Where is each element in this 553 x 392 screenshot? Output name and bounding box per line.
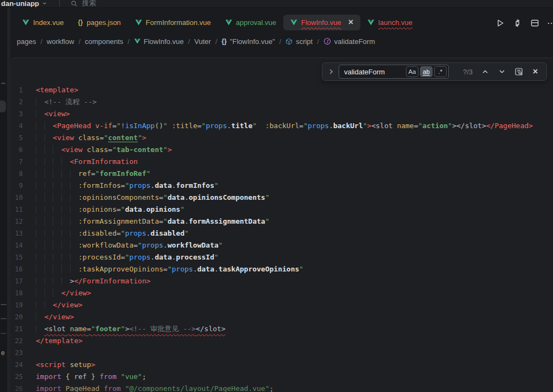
line-number[interactable]: 8 [10, 168, 36, 180]
code-line-9[interactable]: 9 :formInfos="props.data.formInfos" [10, 180, 553, 192]
line-number[interactable]: 13 [10, 227, 36, 239]
line-number[interactable]: 16 [10, 263, 36, 275]
line-number[interactable]: 22 [10, 335, 36, 347]
tab-bar: Index.vue{}pages.jsonFormInformation.vue… [10, 8, 553, 33]
find-in-selection-button[interactable] [514, 67, 523, 77]
code-line-25[interactable]: 25import { ref } from "vue"; [10, 371, 553, 383]
find-input[interactable] [339, 68, 403, 76]
breadcrumb-item-components[interactable]: components [85, 37, 123, 46]
code-line-20[interactable]: 20 </view> [10, 311, 553, 323]
tab-launch.vue[interactable]: launch.vue [360, 15, 419, 30]
line-number[interactable]: 19 [10, 299, 36, 311]
breadcrumb-item-FlowInfo.vue[interactable]: FlowInfo.vue [134, 37, 184, 46]
line-number[interactable]: 10 [10, 192, 36, 204]
line-number[interactable]: 4 [10, 120, 36, 132]
close-tab-icon[interactable]: × [348, 18, 353, 27]
breadcrumb-item-script[interactable]: script [285, 37, 313, 46]
vue-icon [367, 19, 374, 26]
split-editor-button[interactable] [530, 18, 539, 28]
code-text: <PageHead v-if="!isInApp()" :title="prop… [36, 120, 533, 132]
line-number[interactable]: 15 [10, 251, 36, 263]
find-next-button[interactable] [497, 67, 506, 77]
breadcrumb-item-Vuter[interactable]: Vuter [194, 37, 211, 46]
code-line-13[interactable]: 13 :disabled="props.disabled" [10, 227, 553, 239]
sidebar-text-fragment: e [1, 349, 5, 357]
code-line-24[interactable]: 24<script setup> [10, 359, 553, 371]
sidebar-item-fragment [1, 304, 7, 305]
editor[interactable]: Aa ab .* ?/3 × [10, 58, 553, 392]
code-line-21[interactable]: 21 <slot name="footer"><!-- 审批意见 --></sl… [10, 323, 553, 335]
code-line-2[interactable]: 2 <!-- 流程 --> [10, 96, 553, 108]
project-selector[interactable]: dan-uniapp [1, 0, 47, 8]
more-actions-button[interactable]: ⋯ [547, 18, 553, 28]
vue-icon [225, 19, 232, 26]
line-number[interactable]: 18 [10, 287, 36, 299]
project-name: dan-uniapp [1, 0, 39, 8]
code-line-18[interactable]: 18 </view> [10, 287, 553, 299]
code-text: import { ref } from "vue"; [36, 371, 147, 383]
breadcrumb-item-pages[interactable]: pages [17, 37, 36, 46]
code-area[interactable]: 1<template>2 <!-- 流程 -->3 <view>4 <PageH… [10, 58, 553, 392]
code-text: :taskApproveOpinions="props.data.taskApp… [36, 263, 303, 275]
function-icon: f [323, 37, 331, 45]
close-find-icon[interactable]: × [531, 67, 540, 76]
tab-FormInformation.vue[interactable]: FormInformation.vue [128, 15, 218, 30]
sidebar-selected-item[interactable] [0, 100, 6, 112]
code-line-17[interactable]: 17 ></FormInformation> [10, 275, 553, 287]
line-number[interactable]: 12 [10, 216, 36, 227]
line-number[interactable]: 3 [10, 108, 36, 120]
whole-word-button[interactable]: ab [420, 66, 433, 77]
code-text: <!-- 流程 --> [36, 96, 97, 108]
line-number[interactable]: 25 [10, 371, 36, 383]
line-number[interactable]: 21 [10, 323, 36, 335]
find-widget: Aa ab .* ?/3 × [322, 62, 547, 81]
line-number[interactable]: 7 [10, 156, 36, 168]
code-line-6[interactable]: 6 <view class="tab-content"> [10, 144, 553, 156]
line-number[interactable]: 24 [10, 359, 36, 371]
code-line-19[interactable]: 19 </view> [10, 299, 553, 311]
code-line-8[interactable]: 8 ref="formInfoRef" [10, 168, 553, 180]
code-line-16[interactable]: 16 :taskApproveOpinions="props.data.task… [10, 263, 553, 275]
tab-approval.vue[interactable]: approval.vue [218, 15, 283, 30]
breadcrumb-item-FlowInfo.vue[interactable]: {}"FlowInfo.vue" [221, 37, 275, 46]
code-line-22[interactable]: 22</template> [10, 335, 553, 347]
line-number[interactable]: 26 [10, 383, 36, 392]
code-line-15[interactable]: 15 :processId="props.data.processId" [10, 251, 553, 263]
code-line-10[interactable]: 10 :opinionsComponents="data.opinionsCom… [10, 192, 553, 204]
global-search-button[interactable]: 搜索 [71, 0, 96, 8]
line-number[interactable]: 23 [10, 347, 36, 359]
code-line-23[interactable]: 23 [10, 347, 553, 359]
line-number[interactable]: 11 [10, 204, 36, 216]
code-line-4[interactable]: 4 <PageHead v-if="!isInApp()" :title="pr… [10, 120, 553, 132]
line-number[interactable]: 1 [10, 84, 36, 96]
line-number[interactable]: 14 [10, 239, 36, 251]
code-line-7[interactable]: 7 <FormInformation [10, 156, 553, 168]
line-number[interactable]: 5 [10, 132, 36, 144]
find-previous-button[interactable] [480, 67, 490, 77]
find-options: Aa ab .* [406, 66, 447, 77]
tab-pages.json[interactable]: {}pages.json [71, 15, 128, 30]
breadcrumb-item-validateForm[interactable]: fvalidateForm [323, 37, 375, 46]
code-line-12[interactable]: 12 :formAssignmentData="data.formAssignm… [10, 216, 553, 227]
line-number[interactable]: 2 [10, 96, 36, 108]
code-line-11[interactable]: 11 :opinions="data.opinions" [10, 204, 553, 216]
code-line-3[interactable]: 3 <view> [10, 108, 553, 120]
tab-FlowInfo.vue[interactable]: FlowInfo.vue× [283, 15, 360, 30]
line-number[interactable]: 17 [10, 275, 36, 287]
code-line-14[interactable]: 14 :workflowData="props.workflowData" [10, 239, 553, 251]
tab-Index.vue[interactable]: Index.vue [15, 15, 71, 30]
line-number[interactable]: 20 [10, 311, 36, 323]
compare-changes-button[interactable] [512, 18, 522, 28]
code-line-5[interactable]: 5 <view class="content"> [10, 132, 553, 144]
code-line-26[interactable]: 26import PageHead from "@/components/lay… [10, 383, 553, 392]
match-case-button[interactable]: Aa [406, 66, 418, 77]
breadcrumb-separator: / [215, 37, 218, 46]
code-line-1[interactable]: 1<template> [10, 84, 553, 96]
line-number[interactable]: 9 [10, 180, 36, 192]
code-text: <view class="content"> [36, 132, 147, 144]
line-number[interactable]: 6 [10, 144, 36, 156]
toggle-replace-chevron-icon[interactable] [328, 68, 334, 75]
regex-button[interactable]: .* [434, 66, 447, 77]
run-button[interactable] [495, 18, 505, 28]
breadcrumb-item-workflow[interactable]: workflow [47, 37, 74, 46]
